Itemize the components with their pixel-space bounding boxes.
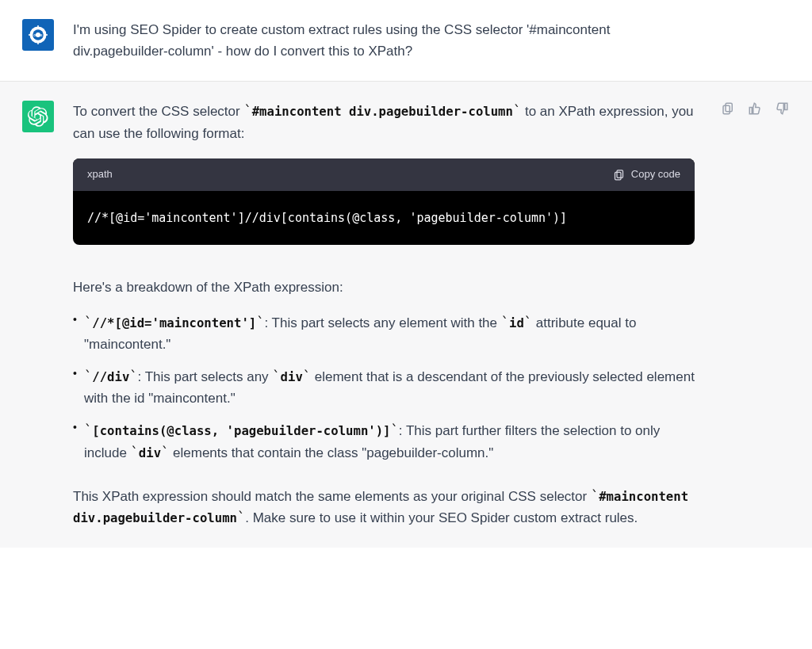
copy-code-button[interactable]: Copy code xyxy=(613,166,680,183)
assistant-avatar xyxy=(22,101,54,132)
openai-logo-icon xyxy=(28,106,48,127)
item-code2: div xyxy=(281,369,303,384)
copy-message-button[interactable] xyxy=(720,101,736,116)
svg-text:OPACE: OPACE xyxy=(34,34,43,37)
assistant-message-row: To convert the CSS selector `#mainconten… xyxy=(0,82,812,548)
outro-text-after: . Make sure to use it within your SEO Sp… xyxy=(245,510,638,525)
list-item: `[contains(@class, 'pagebuilder-column')… xyxy=(73,420,695,463)
code-block: xpath Copy code //*[@id='maincontent']//… xyxy=(73,158,695,245)
code-lang-label: xpath xyxy=(87,166,113,183)
assistant-outro: This XPath expression should match the s… xyxy=(73,486,695,529)
user-message-row: OPACE I'm using SEO Spider to create cus… xyxy=(0,0,812,82)
intro-text-before: To convert the CSS selector xyxy=(73,104,243,119)
svg-rect-11 xyxy=(723,106,730,115)
svg-rect-5 xyxy=(29,34,33,36)
item-code2: id xyxy=(509,315,524,330)
clipboard-icon xyxy=(721,101,735,116)
copy-code-label: Copy code xyxy=(631,166,680,183)
code-block-header: xpath Copy code xyxy=(73,158,695,191)
intro-inline-code: #maincontent div.pagebuilder-column xyxy=(252,104,513,119)
code-content: //*[@id='maincontent']//div[contains(@cl… xyxy=(73,191,695,245)
item-text: : This part selects any xyxy=(138,369,273,384)
svg-rect-3 xyxy=(37,25,39,29)
svg-rect-10 xyxy=(726,104,732,113)
breakdown-title: Here's a breakdown of the XPath expressi… xyxy=(73,277,695,298)
thumbs-up-button[interactable] xyxy=(747,101,763,116)
outro-text-before: This XPath expression should match the s… xyxy=(73,489,591,504)
item-text: : This part selects any element with the xyxy=(264,315,500,330)
list-item: `//*[@id='maincontent']`: This part sele… xyxy=(73,312,695,355)
clipboard-icon xyxy=(613,169,625,181)
opace-logo-icon: OPACE xyxy=(26,23,50,47)
user-message-content: I'm using SEO Spider to create custom ex… xyxy=(73,19,707,62)
item-code: //div xyxy=(92,369,129,384)
item-code: //*[@id='maincontent'] xyxy=(92,315,256,330)
user-message-text: I'm using SEO Spider to create custom ex… xyxy=(73,19,707,62)
message-actions xyxy=(720,101,790,529)
breakdown-list: `//*[@id='maincontent']`: This part sele… xyxy=(73,312,695,464)
svg-rect-6 xyxy=(44,34,48,36)
item-code: [contains(@class, 'pagebuilder-column')] xyxy=(92,423,390,438)
list-item: `//div`: This part selects any `div` ele… xyxy=(73,366,695,409)
svg-rect-8 xyxy=(617,170,623,178)
thumbs-down-icon xyxy=(775,101,789,116)
svg-rect-4 xyxy=(37,41,39,45)
item-text2: elements that contain the class "pagebui… xyxy=(169,445,493,460)
thumbs-up-icon xyxy=(748,101,762,116)
assistant-intro: To convert the CSS selector `#mainconten… xyxy=(73,101,695,143)
svg-rect-9 xyxy=(615,172,621,179)
thumbs-down-button[interactable] xyxy=(774,101,790,116)
user-avatar: OPACE xyxy=(22,19,54,51)
item-code2: div xyxy=(139,445,161,460)
assistant-message-content: To convert the CSS selector `#mainconten… xyxy=(73,101,695,529)
